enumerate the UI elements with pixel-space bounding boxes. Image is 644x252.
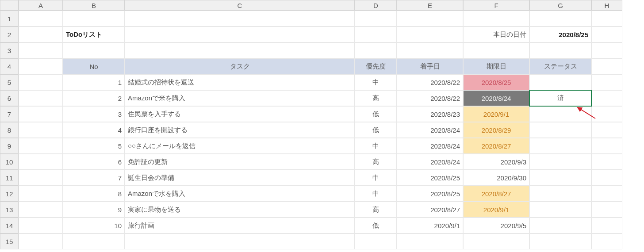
cell-status-selected[interactable]: 済: [529, 90, 591, 106]
cell-G1[interactable]: [529, 11, 591, 27]
cell-task[interactable]: 住民票を入手する: [125, 106, 355, 122]
cell-A12[interactable]: [19, 186, 63, 202]
cell-task[interactable]: Amazonで米を購入: [125, 90, 355, 106]
cell-H5[interactable]: [591, 74, 622, 90]
cell-G3[interactable]: [529, 42, 591, 58]
cell-status[interactable]: [529, 122, 591, 138]
cell-H8[interactable]: [591, 122, 622, 138]
col-header-G[interactable]: G: [529, 0, 591, 11]
cell-no[interactable]: 3: [63, 106, 125, 122]
cell-C3[interactable]: [125, 42, 355, 58]
cell-deadline[interactable]: 2020/9/30: [463, 170, 529, 186]
cell-status[interactable]: [529, 74, 591, 90]
spreadsheet-grid[interactable]: ABCDEFGH12ToDoリスト本日の日付2020/8/2534Noタスク優先…: [0, 0, 644, 249]
cell-D2[interactable]: [355, 27, 397, 42]
col-header-F[interactable]: F: [463, 0, 529, 11]
cell-deadline[interactable]: 2020/8/24: [463, 90, 529, 106]
cell-task[interactable]: Amazonで水を購入: [125, 186, 355, 202]
cell-H6[interactable]: [591, 90, 622, 106]
cell-H12[interactable]: [591, 186, 622, 202]
col-header-C[interactable]: C: [125, 0, 355, 11]
cell-H11[interactable]: [591, 170, 622, 186]
col-header-A[interactable]: A: [19, 0, 63, 11]
cell-H9[interactable]: [591, 138, 622, 154]
row-header-14[interactable]: 14: [0, 218, 19, 233]
cell-A8[interactable]: [19, 122, 63, 138]
cell-C1[interactable]: [125, 11, 355, 27]
cell-A14[interactable]: [19, 218, 63, 233]
cell-start[interactable]: 2020/9/1: [397, 218, 463, 233]
cell-deadline[interactable]: 2020/9/3: [463, 154, 529, 170]
row-header-12[interactable]: 12: [0, 186, 19, 202]
cell-no[interactable]: 8: [63, 186, 125, 202]
cell-task[interactable]: 誕生日会の準備: [125, 170, 355, 186]
row-header-1[interactable]: 1: [0, 11, 19, 27]
cell-priority[interactable]: 高: [355, 202, 397, 218]
cell-start[interactable]: 2020/8/25: [397, 170, 463, 186]
cell-E2[interactable]: [397, 27, 463, 42]
cell-no[interactable]: 7: [63, 170, 125, 186]
cell-no[interactable]: 6: [63, 154, 125, 170]
cell-B15[interactable]: [63, 233, 125, 249]
row-header-4[interactable]: 4: [0, 58, 19, 74]
cell-deadline[interactable]: 2020/8/25: [463, 74, 529, 90]
row-header-15[interactable]: 15: [0, 233, 19, 249]
cell-G15[interactable]: [529, 233, 591, 249]
col-header-H[interactable]: H: [591, 0, 622, 11]
cell-F3[interactable]: [463, 42, 529, 58]
cell-no[interactable]: 2: [63, 90, 125, 106]
row-header-6[interactable]: 6: [0, 90, 19, 106]
cell-deadline[interactable]: 2020/9/5: [463, 218, 529, 233]
cell-deadline[interactable]: 2020/9/1: [463, 106, 529, 122]
cell-deadline[interactable]: 2020/8/29: [463, 122, 529, 138]
cell-task[interactable]: 免許証の更新: [125, 154, 355, 170]
cell-A7[interactable]: [19, 106, 63, 122]
cell-C2[interactable]: [125, 27, 355, 42]
cell-priority[interactable]: 高: [355, 154, 397, 170]
cell-task[interactable]: ○○さんにメールを返信: [125, 138, 355, 154]
cell-A3[interactable]: [19, 42, 63, 58]
cell-A15[interactable]: [19, 233, 63, 249]
row-header-13[interactable]: 13: [0, 202, 19, 218]
cell-start[interactable]: 2020/8/27: [397, 202, 463, 218]
cell-priority[interactable]: 低: [355, 218, 397, 233]
cell-priority[interactable]: 中: [355, 170, 397, 186]
cell-start[interactable]: 2020/8/22: [397, 90, 463, 106]
cell-task[interactable]: 結婚式の招待状を返送: [125, 74, 355, 90]
cell-D3[interactable]: [355, 42, 397, 58]
select-all-corner[interactable]: [0, 0, 19, 11]
cell-B1[interactable]: [63, 11, 125, 27]
cell-status[interactable]: [529, 154, 591, 170]
cell-task[interactable]: 銀行口座を開設する: [125, 122, 355, 138]
row-header-8[interactable]: 8: [0, 122, 19, 138]
cell-start[interactable]: 2020/8/24: [397, 138, 463, 154]
row-header-10[interactable]: 10: [0, 154, 19, 170]
col-header-D[interactable]: D: [355, 0, 397, 11]
cell-A9[interactable]: [19, 138, 63, 154]
cell-status[interactable]: [529, 186, 591, 202]
cell-status[interactable]: [529, 218, 591, 233]
cell-H4[interactable]: [591, 58, 622, 74]
col-header-B[interactable]: B: [63, 0, 125, 11]
cell-E1[interactable]: [397, 11, 463, 27]
cell-no[interactable]: 10: [63, 218, 125, 233]
cell-H13[interactable]: [591, 202, 622, 218]
cell-H1[interactable]: [591, 11, 622, 27]
cell-A2[interactable]: [19, 27, 63, 42]
cell-E15[interactable]: [397, 233, 463, 249]
cell-B3[interactable]: [63, 42, 125, 58]
cell-H10[interactable]: [591, 154, 622, 170]
cell-H15[interactable]: [591, 233, 622, 249]
cell-deadline[interactable]: 2020/9/1: [463, 202, 529, 218]
cell-H2[interactable]: [591, 27, 622, 42]
cell-H14[interactable]: [591, 218, 622, 233]
cell-status[interactable]: [529, 138, 591, 154]
cell-C15[interactable]: [125, 233, 355, 249]
cell-A1[interactable]: [19, 11, 63, 27]
cell-H7[interactable]: [591, 106, 622, 122]
cell-priority[interactable]: 低: [355, 122, 397, 138]
row-header-9[interactable]: 9: [0, 138, 19, 154]
cell-A6[interactable]: [19, 90, 63, 106]
cell-A5[interactable]: [19, 74, 63, 90]
cell-D15[interactable]: [355, 233, 397, 249]
